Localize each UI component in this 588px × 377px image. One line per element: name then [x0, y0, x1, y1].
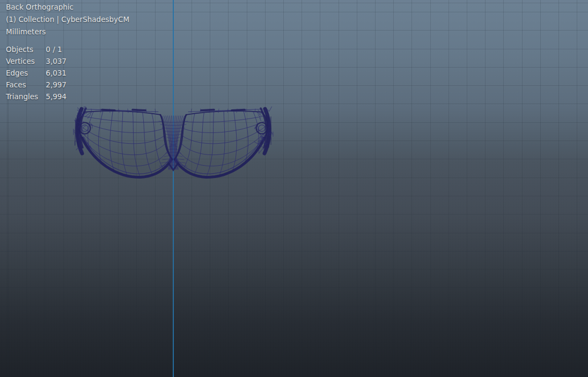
stat-label: Objects [6, 43, 43, 55]
units-label: Millimeters [6, 26, 129, 38]
stat-row: Faces 2,997 [6, 79, 129, 91]
stat-row: Triangles 5,994 [6, 91, 129, 102]
viewport-text-overlay: Back Orthographic (1) Collection | Cyber… [6, 1, 129, 102]
viewport-3d[interactable]: Back Orthographic (1) Collection | Cyber… [0, 0, 588, 377]
stat-row: Edges 6,031 [6, 67, 129, 79]
stat-row: Objects 0 / 1 [6, 43, 129, 55]
view-name-label: Back Orthographic [6, 1, 129, 13]
stat-value: 6,031 [46, 67, 67, 79]
stat-row: Vertices 3,037 [6, 55, 129, 67]
collection-breadcrumb: (1) Collection | CyberShadesbyCM [6, 13, 129, 26]
stat-value: 0 / 1 [46, 43, 62, 55]
stat-label: Faces [6, 79, 43, 91]
stats-overlay: Objects 0 / 1 Vertices 3,037 Edges 6,031… [6, 43, 129, 102]
stat-label: Triangles [6, 91, 43, 102]
viewport-header: Back Orthographic (1) Collection | Cyber… [6, 1, 129, 38]
stat-value: 3,037 [46, 55, 67, 67]
stat-value: 2,997 [46, 79, 67, 91]
stat-label: Edges [6, 67, 43, 79]
stat-label: Vertices [6, 55, 43, 67]
stat-value: 5,994 [46, 91, 67, 102]
